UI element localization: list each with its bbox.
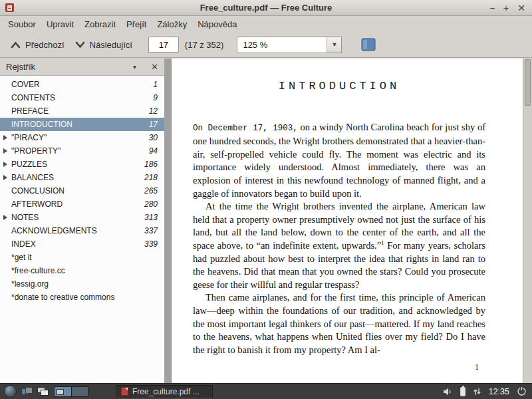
- menubar: Soubor Upravit Zobrazit Přejít Záložky N…: [0, 17, 532, 32]
- menu-prejit[interactable]: Přejít: [121, 17, 152, 31]
- workspace-2[interactable]: [71, 387, 88, 396]
- zoom-dropdown-button[interactable]: ▼: [327, 37, 341, 53]
- sidebar-item-cover[interactable]: COVER 1: [0, 78, 164, 91]
- scrollbar-thumb[interactable]: [525, 59, 531, 106]
- previous-page-button[interactable]: Předchozí: [5, 37, 70, 53]
- chapter-lead-text: On December 17, 1903,: [193, 124, 298, 133]
- zoom-combobox[interactable]: 125 % ▼: [237, 37, 342, 53]
- toc-label: INDEX: [11, 239, 144, 249]
- chapter-heading: INTRODUCTION: [193, 80, 485, 93]
- updates-arrows-icon[interactable]: [473, 387, 481, 396]
- toc-page-number: 218: [144, 173, 158, 182]
- main-area: Rejstřík ▾ ✕ COVER 1 CONTENTS 9 PREFACE …: [0, 59, 532, 383]
- side-pane-icon: [361, 38, 376, 51]
- sidebar-item-conclusion[interactable]: CONCLUSION 265: [0, 184, 164, 198]
- workspace-pager-icon: [54, 386, 88, 397]
- sidebar-item-get-it[interactable]: *get it: [0, 251, 164, 264]
- app-menu-button[interactable]: [4, 385, 17, 398]
- toc-label: *donate to creative commons: [11, 293, 158, 302]
- sidebar-item-piracy[interactable]: "PIRACY" 30: [0, 131, 164, 144]
- window-title: Free_culture.pdf — Free Culture: [0, 3, 532, 13]
- toc-label: *free-culture.cc: [11, 266, 158, 275]
- toc-page-number: 9: [153, 93, 158, 102]
- expander-icon[interactable]: [3, 215, 7, 220]
- sidebar-pane-selector[interactable]: Rejstřík: [6, 62, 133, 72]
- sidebar-item-index[interactable]: INDEX 339: [0, 237, 164, 251]
- sidebar-item-acknowledgments[interactable]: ACKNOWLEDGMENTS 337: [0, 224, 164, 237]
- sidebar-header[interactable]: Rejstřík ▾ ✕: [0, 59, 164, 76]
- close-button[interactable]: ✕: [517, 3, 525, 13]
- toc-label: INTRODUCTION: [11, 120, 149, 129]
- toc-label: PUZZLES: [11, 160, 144, 169]
- clock[interactable]: 12:35: [489, 387, 509, 396]
- system-tray: 12:35: [443, 386, 527, 396]
- menu-upravit[interactable]: Upravit: [41, 17, 79, 31]
- sidebar-dropdown-icon[interactable]: ▾: [133, 63, 136, 70]
- battery-icon[interactable]: [460, 387, 466, 396]
- minimize-button[interactable]: −: [489, 3, 495, 13]
- toc-page-number: 30: [149, 133, 158, 142]
- toc-page-number: 337: [144, 226, 158, 235]
- chevron-up-icon: [11, 41, 21, 49]
- sidebar-item-introduction[interactable]: INTRODUCTION 17: [0, 118, 164, 131]
- next-page-button[interactable]: Následující: [70, 37, 138, 53]
- sidebar-item-free-culture-cc[interactable]: *free-culture.cc: [0, 264, 164, 277]
- sidebar-item-lessig-org[interactable]: *lessig.org: [0, 277, 164, 291]
- sidebar-item-notes[interactable]: NOTES 313: [0, 211, 164, 224]
- toc-label: PREFACE: [11, 106, 149, 116]
- expander-icon[interactable]: [3, 135, 7, 140]
- printed-page-number: 1: [475, 363, 479, 371]
- taskbar-window-button[interactable]: Free_culture.pdf ...: [116, 385, 213, 398]
- menu-zobrazit[interactable]: Zobrazit: [79, 17, 121, 31]
- sidebar-item-balances[interactable]: BALANCES 218: [0, 171, 164, 184]
- expander-icon[interactable]: [3, 148, 7, 154]
- titlebar: Free_culture.pdf — Free Culture − + ✕: [0, 0, 532, 16]
- maximize-button[interactable]: +: [503, 3, 509, 13]
- volume-icon[interactable]: [443, 387, 453, 396]
- sidebar-item-afterword[interactable]: AFTERWORD 280: [0, 198, 164, 211]
- toc-page-number: 339: [144, 239, 158, 249]
- toc-label: NOTES: [11, 213, 144, 222]
- expander-icon[interactable]: [3, 175, 7, 180]
- chevron-down-icon: [75, 41, 85, 49]
- workspace-pager[interactable]: [54, 386, 88, 397]
- page-total-label: (17 z 352): [185, 40, 224, 50]
- sidebar-close-icon[interactable]: ✕: [151, 62, 158, 72]
- app-icon: [5, 3, 15, 13]
- toc-label: ACKNOWLEDGMENTS: [11, 226, 144, 235]
- show-desktop-icon: [21, 387, 33, 396]
- side-pane-button[interactable]: [359, 36, 378, 53]
- paragraph-3: Then came airplanes, and for the first t…: [193, 291, 485, 356]
- vertical-scrollbar[interactable]: [523, 59, 532, 383]
- sidebar-item-contents[interactable]: CONTENTS 9: [0, 91, 164, 104]
- next-page-label: Následující: [90, 40, 132, 50]
- menu-zalozky[interactable]: Záložky: [152, 17, 192, 31]
- workspace-1[interactable]: [55, 387, 71, 396]
- pdf-file-icon: [121, 387, 128, 396]
- power-icon[interactable]: [517, 386, 527, 396]
- window-controls: − + ✕: [489, 3, 525, 13]
- show-desktop-button[interactable]: [21, 387, 33, 396]
- previous-page-label: Předchozí: [25, 40, 65, 50]
- toc-label: *get it: [11, 253, 158, 262]
- paragraph-1: On December 17, 1903, on a windy North C…: [193, 121, 485, 201]
- menu-napoveda[interactable]: Nápověda: [192, 17, 242, 31]
- paragraph-2: At the time the Wright brothers invented…: [193, 200, 485, 291]
- sidebar-item-donate[interactable]: *donate to creative commons: [0, 291, 164, 304]
- toc-label: "PIRACY": [11, 133, 149, 142]
- toc-page-number: 280: [144, 200, 158, 209]
- pdf-page: INTRODUCTION On December 17, 1903, on a …: [172, 59, 523, 383]
- expander-icon[interactable]: [3, 162, 7, 167]
- toc-page-number: 186: [144, 160, 158, 169]
- toc-page-number: 17: [149, 120, 158, 129]
- toc-label: CONCLUSION: [11, 186, 144, 196]
- sidebar-item-property[interactable]: "PROPERTY" 94: [0, 144, 164, 158]
- app-menu-icon: [4, 385, 17, 398]
- page-number-input[interactable]: [148, 37, 179, 53]
- sidebar-item-preface[interactable]: PREFACE 12: [0, 104, 164, 118]
- toc-label: "PROPERTY": [11, 146, 149, 156]
- taskbar-window-label: Free_culture.pdf ...: [132, 387, 200, 396]
- menu-soubor[interactable]: Soubor: [3, 17, 41, 31]
- window-list-button[interactable]: [37, 387, 49, 396]
- sidebar-item-puzzles[interactable]: PUZZLES 186: [0, 158, 164, 171]
